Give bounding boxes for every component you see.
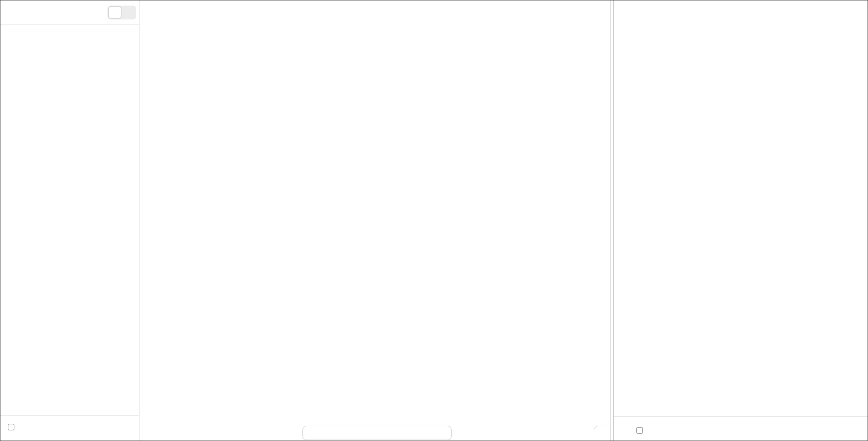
split-panel-icon[interactable] <box>580 4 589 13</box>
export-icon[interactable] <box>855 426 863 435</box>
file-icon <box>111 9 119 17</box>
tables-footer <box>614 416 868 441</box>
close-icon[interactable] <box>596 4 605 13</box>
hide-inactive-rows-checkbox[interactable] <box>636 427 643 434</box>
file-view-button[interactable] <box>108 6 121 19</box>
charts-panel-header <box>140 0 610 15</box>
chevron-down-icon[interactable] <box>140 6 145 11</box>
tables-panel-header <box>614 0 868 15</box>
application-window <box>0 0 868 441</box>
object-view-button[interactable] <box>122 6 135 19</box>
grid-view-icon[interactable] <box>623 426 632 435</box>
charts-canvas[interactable] <box>140 16 611 441</box>
charts-panel <box>140 0 611 441</box>
comparison-table <box>614 45 868 416</box>
filter-icon <box>598 429 606 437</box>
chart-toolbar <box>302 426 452 440</box>
sidebar-header <box>0 0 139 25</box>
hide-inactive-checkbox[interactable] <box>8 424 14 430</box>
filter-icon[interactable] <box>837 426 846 435</box>
comparison-tree <box>0 25 139 415</box>
tables-panel <box>613 0 868 441</box>
sidebar-footer <box>0 415 139 441</box>
sidebar <box>0 0 139 441</box>
chevron-down-icon[interactable] <box>614 6 619 11</box>
split-panel-icon[interactable] <box>838 4 847 13</box>
chart-filter-button[interactable] <box>594 426 610 441</box>
close-icon[interactable] <box>854 4 863 13</box>
view-toggle-group <box>107 6 136 19</box>
cube-icon <box>125 9 133 17</box>
